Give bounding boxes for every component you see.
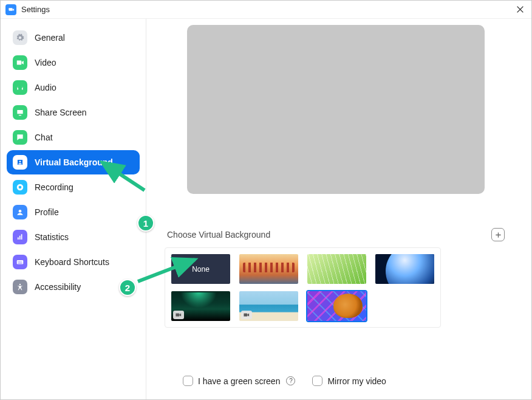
svg-point-0 <box>19 160 21 162</box>
checkbox-box <box>312 376 322 386</box>
a11y-icon <box>13 280 27 294</box>
svg-point-2 <box>19 186 22 189</box>
bg-thumb-aurora[interactable] <box>171 291 230 321</box>
video-preview <box>187 25 485 194</box>
sidebar-item-stats[interactable]: Statistics <box>7 225 140 249</box>
annotation-badge-1: 1 <box>137 215 154 232</box>
window-title: Settings <box>21 5 513 14</box>
vbg-icon <box>13 155 27 170</box>
annotation-badge-2: 2 <box>119 279 136 296</box>
video-icon <box>13 55 27 70</box>
audio-icon <box>13 80 27 95</box>
bg-thumb-tiger[interactable] <box>307 291 366 321</box>
kbd-icon <box>13 255 27 269</box>
sidebar-item-label: Statistics <box>35 232 69 242</box>
video-badge-icon <box>241 311 252 319</box>
bg-thumb-none[interactable]: None <box>171 254 230 284</box>
bg-thumb-earth[interactable] <box>375 254 434 284</box>
thumb-none-label: None <box>192 265 210 274</box>
mirror-label: Mirror my video <box>327 376 386 386</box>
sidebar-item-profile[interactable]: Profile <box>7 200 140 224</box>
app-icon <box>5 4 16 15</box>
bg-thumb-beach[interactable] <box>239 291 298 321</box>
sidebar-item-label: General <box>35 33 65 43</box>
bg-thumb-bridge[interactable] <box>239 254 298 284</box>
profile-icon <box>13 205 27 219</box>
sidebar-item-audio[interactable]: Audio <box>7 75 140 100</box>
sidebar-item-label: Profile <box>35 207 59 217</box>
sidebar-item-video[interactable]: Video <box>7 50 140 75</box>
sidebar-item-label: Audio <box>35 83 56 92</box>
sidebar-item-label: Virtual Background <box>35 157 113 167</box>
sidebar-item-label: Keyboard Shortcuts <box>35 257 109 267</box>
bg-thumb-grass[interactable] <box>307 254 366 284</box>
sidebar-item-label: Chat <box>35 133 53 142</box>
gear-icon <box>13 30 27 45</box>
sidebar-item-label: Share Screen <box>35 108 87 117</box>
section-label: Choose Virtual Background <box>167 230 270 240</box>
svg-point-5 <box>19 284 21 285</box>
bottom-options: I have a green screen ? Mirror my video <box>183 376 386 386</box>
green-screen-checkbox[interactable]: I have a green screen ? <box>183 376 295 386</box>
info-icon[interactable]: ? <box>286 376 295 385</box>
sidebar-item-kbd[interactable]: Keyboard Shortcuts <box>7 250 140 274</box>
content-pane: Choose Virtual Background None I have a … <box>146 19 531 399</box>
titlebar: Settings <box>1 1 531 19</box>
sidebar-item-label: Accessibility <box>35 282 81 292</box>
svg-point-3 <box>19 210 22 213</box>
sidebar-item-chat[interactable]: Chat <box>7 125 140 150</box>
checkbox-box <box>183 376 193 386</box>
sidebar-item-vbg[interactable]: Virtual Background <box>7 150 140 174</box>
add-background-button[interactable] <box>491 228 505 241</box>
stats-icon <box>13 230 27 244</box>
close-button[interactable] <box>513 3 527 16</box>
sidebar-item-gear[interactable]: General <box>7 26 140 50</box>
sidebar: GeneralVideoAudioShare ScreenChatVirtual… <box>1 19 146 399</box>
background-grid: None <box>165 247 441 328</box>
mirror-video-checkbox[interactable]: Mirror my video <box>312 376 386 386</box>
sidebar-item-share[interactable]: Share Screen <box>7 100 140 125</box>
sidebar-item-label: Recording <box>35 182 73 192</box>
chat-icon <box>13 130 27 145</box>
green-screen-label: I have a green screen <box>198 376 280 386</box>
svg-rect-4 <box>17 260 24 264</box>
sidebar-item-rec[interactable]: Recording <box>7 175 140 199</box>
rec-icon <box>13 180 27 195</box>
sidebar-item-label: Video <box>35 58 56 67</box>
share-icon <box>13 105 27 120</box>
video-badge-icon <box>173 311 184 319</box>
